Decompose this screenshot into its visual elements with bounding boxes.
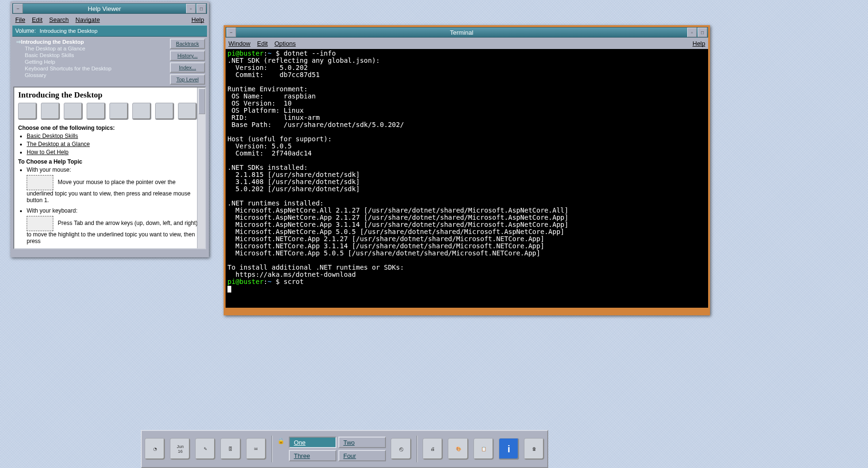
- nav-item[interactable]: Keyboard Shortcuts for the Desktop: [25, 65, 164, 72]
- printer-icon: [41, 103, 60, 120]
- topic-link[interactable]: The Desktop at a Glance: [27, 141, 90, 147]
- mouse-label: With your mouse:: [27, 166, 71, 173]
- display-icon: [109, 103, 128, 120]
- nav-root[interactable]: Introducing the Desktop: [21, 39, 84, 45]
- info-icon[interactable]: i: [499, 438, 519, 460]
- choose-topics-label: Choose one of the following topics:: [18, 125, 201, 131]
- mail-icon: [178, 103, 197, 120]
- nav-item[interactable]: Getting Help: [25, 58, 164, 65]
- front-panel: ◔ Jun 16 ✎ 🗄 ✉ 🔒 One Two Three Four ⎋ 🖨 …: [141, 430, 548, 468]
- workspace-button-two[interactable]: Two: [338, 437, 386, 448]
- help-document: Introducing the Desktop Choose one of th…: [13, 87, 206, 249]
- menu-edit[interactable]: Edit: [257, 40, 267, 47]
- topic-link[interactable]: How to Get Help: [27, 149, 69, 156]
- menu-help[interactable]: Help: [692, 40, 705, 47]
- menu-options[interactable]: Options: [275, 40, 296, 47]
- separator: [271, 436, 273, 462]
- menu-help[interactable]: Help: [191, 16, 204, 23]
- help-viewer-window: − Help Viewer ▫ □ File Edit Search Navig…: [10, 1, 209, 257]
- book-icon: [87, 103, 106, 120]
- doc-heading: Introducing the Desktop: [18, 90, 201, 100]
- topic-link[interactable]: Basic Desktop Skills: [27, 133, 78, 139]
- volume-label: Volume:: [15, 28, 36, 34]
- menu-file[interactable]: File: [15, 16, 25, 23]
- doc-icon-row: [18, 103, 201, 120]
- terminal-window: − Terminal ▫ □ Window Edit Options Help …: [224, 25, 710, 315]
- nav-item[interactable]: The Desktop at a Glance: [25, 45, 164, 52]
- app-manager-icon[interactable]: 📋: [473, 438, 494, 460]
- top-level-button[interactable]: Top Level: [170, 74, 205, 85]
- menu-window[interactable]: Window: [228, 40, 250, 47]
- separator: [416, 436, 418, 462]
- nav-item[interactable]: Glossary: [25, 72, 164, 78]
- minimize-button[interactable]: ▫: [186, 4, 196, 13]
- history-button[interactable]: History...: [170, 50, 205, 61]
- topic-tree: ⇒Introducing the Desktop The Desktop at …: [12, 37, 168, 87]
- doc-scrollbar[interactable]: [197, 88, 205, 248]
- menu-search[interactable]: Search: [49, 16, 69, 23]
- keyboard-label: With your keyboard:: [27, 207, 78, 214]
- mail-icon[interactable]: ✉: [246, 438, 266, 460]
- nav-buttons: Backtrack History... Index... Top Level: [168, 37, 207, 87]
- to-choose-label: To Choose a Help Topic: [18, 158, 201, 165]
- workspace-button-one[interactable]: One: [289, 437, 336, 448]
- volume-bar: Volume: Introducing the Desktop: [12, 25, 207, 37]
- backtrack-button[interactable]: Backtrack: [170, 39, 205, 49]
- help-title: Help Viewer: [23, 5, 186, 12]
- folder-icon: [132, 103, 151, 120]
- style-manager-icon[interactable]: 🎨: [448, 438, 468, 460]
- minimize-button[interactable]: ▫: [687, 28, 697, 37]
- nav-item[interactable]: Basic Desktop Skills: [25, 52, 164, 58]
- menu-edit[interactable]: Edit: [32, 16, 42, 23]
- terminal-titlebar[interactable]: − Terminal ▫ □: [226, 27, 708, 38]
- printer-icon[interactable]: 🖨: [423, 438, 443, 460]
- cal-day: 16: [178, 449, 183, 454]
- clock-icon[interactable]: ◔: [145, 438, 165, 460]
- terminal-title: Terminal: [237, 29, 687, 36]
- file-manager-icon[interactable]: 🗄: [220, 438, 241, 460]
- maximize-button[interactable]: □: [197, 4, 206, 13]
- workspace-button-three[interactable]: Three: [289, 450, 336, 461]
- volume-value[interactable]: Introducing the Desktop: [39, 28, 97, 34]
- window-menu-button[interactable]: −: [13, 4, 23, 13]
- terminal-menubar: Window Edit Options Help: [226, 38, 708, 49]
- document-icon: [155, 103, 174, 120]
- calendar-icon[interactable]: Jun 16: [170, 438, 190, 460]
- index-button[interactable]: Index...: [170, 62, 205, 73]
- help-titlebar[interactable]: − Help Viewer ▫ □: [12, 3, 207, 14]
- workspace-pager: One Two Three Four: [289, 437, 386, 461]
- trash-icon[interactable]: 🗑: [524, 438, 544, 460]
- terminal-screen[interactable]: pi@buster:~ $ dotnet --info .NET SDK (re…: [226, 49, 708, 308]
- maximize-button[interactable]: □: [698, 28, 707, 37]
- window-menu-button[interactable]: −: [227, 28, 236, 37]
- workspace-button-four[interactable]: Four: [338, 450, 386, 461]
- tools-icon: [64, 103, 83, 120]
- notes-icon[interactable]: ✎: [195, 438, 216, 460]
- exit-icon[interactable]: ⎋: [391, 438, 411, 460]
- help-menubar: File Edit Search Navigate Help: [12, 14, 207, 25]
- scrollbar-thumb[interactable]: [198, 88, 205, 114]
- keyboard-icon: [27, 216, 53, 231]
- lock-icon[interactable]: 🔒: [277, 438, 284, 460]
- mouse-icon: [27, 175, 53, 190]
- menu-navigate[interactable]: Navigate: [76, 16, 100, 23]
- speaker-icon: [18, 103, 37, 120]
- cal-month: Jun: [177, 444, 184, 449]
